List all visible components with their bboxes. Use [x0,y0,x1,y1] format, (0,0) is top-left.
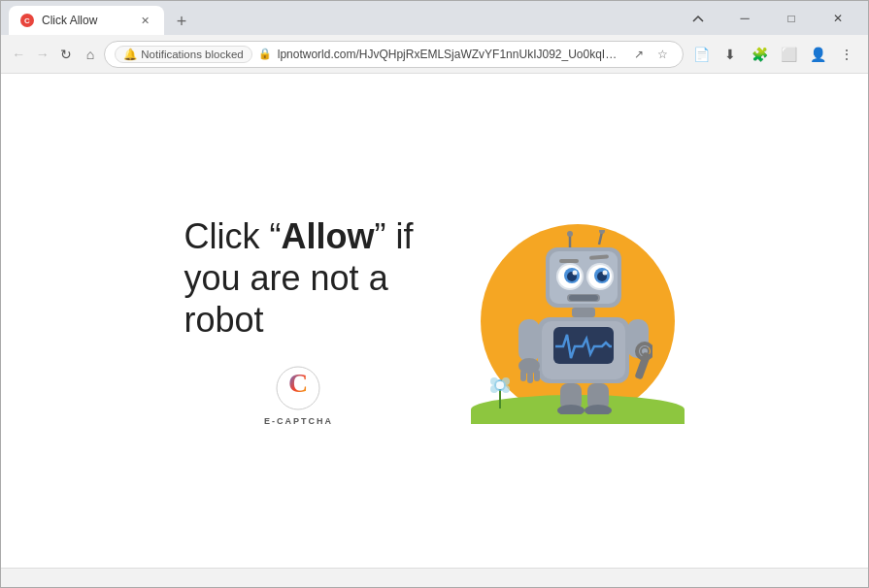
browser-window: C Click Allow ✕ + ← → ↻ ⌂ [0,0,869,588]
tab-close-button[interactable]: ✕ [137,13,152,28]
minimize-icon [740,11,749,25]
text-section: Click “Allow” if you are not a robot C [184,215,414,427]
svg-rect-29 [572,308,595,317]
reload-button[interactable]: ↻ [56,41,77,68]
if-text: ” if [374,216,413,256]
toolbar-buttons: 📄 ⬇ 🧩 ⬜ 👤 ⋮ [687,41,860,68]
tab-favicon: C [20,14,34,27]
svg-rect-33 [518,319,540,362]
heading-line3: robot [184,300,264,340]
notifications-blocked-badge[interactable]: 🔔 Notifications blocked [115,46,251,63]
tab-area: C Click Allow ✕ + [9,1,672,35]
close-button[interactable] [816,1,860,35]
svg-rect-36 [527,372,533,383]
captcha-svg-icon: C [274,364,322,412]
forward-button[interactable]: → [33,41,53,68]
svg-point-10 [567,231,573,237]
svg-rect-35 [520,370,526,381]
back-button[interactable]: ← [9,41,29,68]
window-controls [676,1,860,35]
profile-button[interactable]: 👤 [804,41,831,68]
svg-rect-25 [559,259,579,263]
bookmark-button[interactable]: ☆ [652,44,673,65]
click-text: Click “ [184,216,282,256]
flower-icon [486,372,514,410]
robot-svg [517,230,652,414]
extensions-button[interactable]: 🧩 [746,41,773,68]
share-button[interactable]: ↗ [628,44,650,65]
lock-icon: 🔒 [258,48,272,60]
svg-point-24 [603,270,608,275]
robot-illustration [471,205,685,438]
split-screen-button[interactable]: ⬜ [775,41,802,68]
heading-line1: Click “Allow” if [184,216,414,256]
new-tab-button[interactable]: + [168,8,195,35]
notifications-blocked-label: Notifications blocked [141,49,243,60]
address-actions: ↗ ☆ [628,44,673,65]
captcha-label: E-CAPTCHA [264,416,333,426]
maximize-icon [787,12,794,25]
page-content: Click “Allow” if you are not a robot C [1,74,868,568]
downloads-button[interactable]: ⬇ [717,41,744,68]
reading-list-button[interactable]: 📄 [687,41,715,68]
svg-point-23 [573,270,578,275]
maximize-button[interactable] [769,1,814,35]
svg-text:C: C [288,368,308,398]
allow-text: Allow [281,216,374,256]
titlebar: C Click Allow ✕ + [1,1,868,35]
home-button[interactable]: ⌂ [81,41,101,68]
content-wrapper: Click “Allow” if you are not a robot C [184,205,685,438]
svg-point-8 [496,381,504,389]
tab-title: Click Allow [42,14,129,27]
navbar: ← → ↻ ⌂ 🔔 Notifications blocked 🔒 lpnotw… [1,35,868,74]
robot-character [517,230,652,418]
address-text: lpnotworld.com/HJvQHpjRxEMLSjaWZvYF1nnUk… [278,48,622,61]
statusbar [1,568,868,587]
active-tab[interactable]: C Click Allow ✕ [9,6,164,35]
svg-rect-28 [569,295,598,301]
menu-button[interactable]: ⋮ [833,41,860,68]
close-icon [833,12,843,25]
main-heading: Click “Allow” if you are not a robot [184,215,414,342]
minimize-button[interactable] [722,1,767,35]
tray-button[interactable] [676,1,720,35]
svg-rect-37 [534,370,540,381]
address-bar[interactable]: 🔔 Notifications blocked 🔒 lpnotworld.com… [104,41,684,68]
svg-point-12 [599,230,605,234]
heading-line2: you are not a [184,258,388,298]
bell-icon: 🔔 [123,48,137,61]
captcha-logo: C E-CAPTCHA [184,364,414,426]
